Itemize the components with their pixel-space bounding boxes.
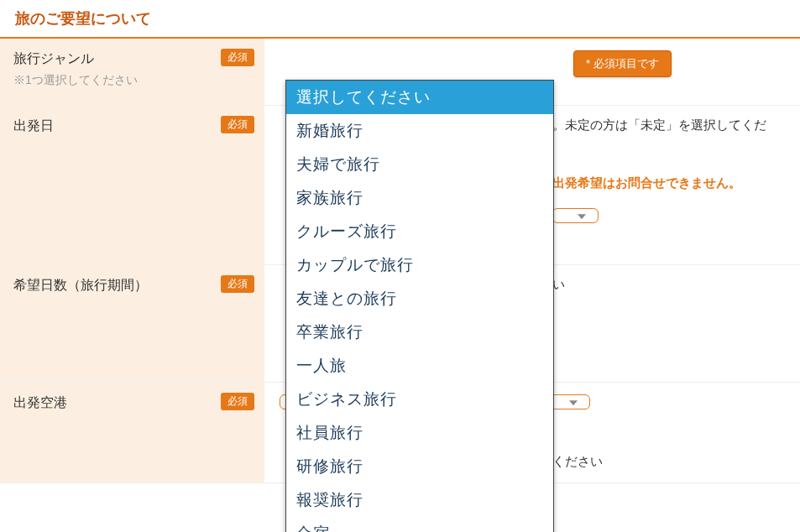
dropdown-option[interactable]: ビジネス旅行 — [286, 383, 553, 416]
dropdown-option[interactable]: 一人旅 — [286, 349, 553, 383]
dropdown-option[interactable]: 卒業旅行 — [286, 316, 553, 349]
genre-dropdown[interactable]: 選択してください 新婚旅行 夫婦で旅行 家族旅行 クルーズ旅行 カップルで旅行 … — [285, 80, 554, 483]
validation-message: * 必須項目です — [573, 50, 672, 77]
dropdown-option[interactable]: クルーズ旅行 — [286, 215, 553, 248]
required-badge: 必須 — [221, 393, 254, 410]
required-badge: 必須 — [221, 275, 254, 293]
label-airport: 出発空港 — [13, 394, 251, 412]
duration-text-fragment: い — [552, 277, 565, 291]
departure-sub-select[interactable] — [552, 208, 599, 223]
section-title: 旅のご要望について — [15, 8, 785, 29]
label-genre: 旅行ジャンル — [13, 50, 251, 68]
label-departure-date: 出発日 — [13, 117, 251, 135]
dropdown-option[interactable]: 家族旅行 — [286, 181, 553, 215]
dropdown-option[interactable]: 社員旅行 — [286, 416, 553, 450]
label-duration: 希望日数（旅行期間） — [13, 277, 251, 295]
departure-note: 。未定の方は「未定」を選択してくだ — [552, 117, 785, 133]
dropdown-option[interactable]: 友達との旅行 — [286, 282, 553, 316]
label-cell-departure-date: 出発日 必須 — [0, 106, 264, 264]
label-hint-genre: ※1つ選択してください — [13, 73, 251, 88]
dropdown-option[interactable]: 新婚旅行 — [286, 114, 553, 148]
required-badge: 必須 — [221, 116, 254, 133]
label-cell-airport: 出発空港 必須 — [0, 383, 264, 482]
departure-warning: 出発希望はお問合せできません。 — [552, 175, 785, 191]
dropdown-option[interactable]: カップルで旅行 — [286, 248, 553, 282]
label-cell-duration: 希望日数（旅行期間） 必須 — [0, 265, 264, 382]
dropdown-option[interactable]: 夫婦で旅行 — [286, 148, 553, 181]
dropdown-option[interactable]: 研修旅行 — [286, 450, 553, 483]
label-cell-genre: 旅行ジャンル ※1つ選択してください 必須 — [0, 39, 264, 105]
section-header: 旅のご要望について — [0, 0, 800, 39]
required-badge: 必須 — [221, 49, 254, 66]
dropdown-option-placeholder[interactable]: 選択してください — [286, 81, 553, 114]
airport-subnote: ください — [552, 454, 785, 470]
